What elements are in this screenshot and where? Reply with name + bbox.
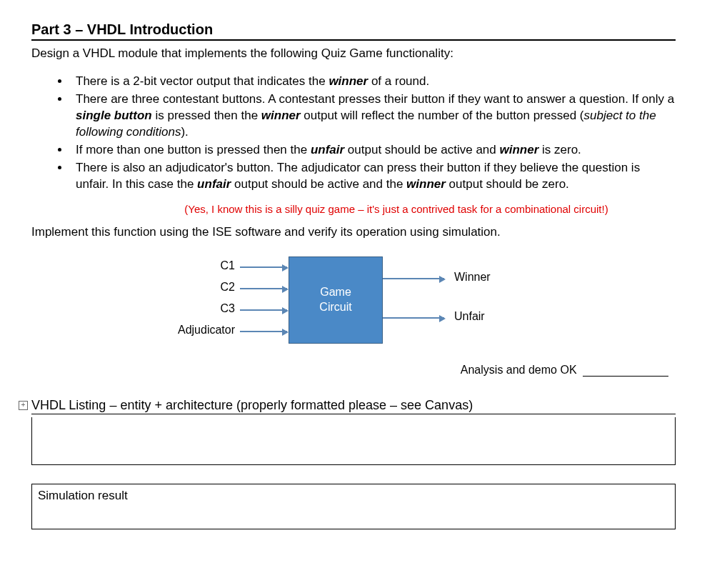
simulation-result-label: Simulation result xyxy=(38,489,128,502)
game-circuit-block: Game Circuit xyxy=(289,256,383,344)
expand-icon: + xyxy=(19,401,28,410)
signoff-line xyxy=(583,376,668,377)
bullet-2: There are three contestant buttons. A co… xyxy=(70,91,676,141)
input-adjudicator-label: Adjudicator xyxy=(171,324,235,337)
arrow-in-3 xyxy=(240,309,287,311)
arrow-in-2 xyxy=(240,288,287,289)
block-label-2: Circuit xyxy=(319,300,351,315)
requirements-list: There is a 2-bit vector output that indi… xyxy=(31,74,676,193)
arrow-in-1 xyxy=(240,266,287,268)
page: Part 3 – VHDL Introduction Design a VHDL… xyxy=(0,0,707,562)
bullet-4: There is also an adjudicator's button. T… xyxy=(70,160,676,193)
input-c3-label: C3 xyxy=(214,302,235,315)
signoff-label: Analysis and demo OK xyxy=(461,364,577,376)
input-c2-label: C2 xyxy=(214,281,235,294)
simulation-result-box: Simulation result xyxy=(31,484,676,529)
vhdl-listing-box xyxy=(31,417,676,465)
input-c1-label: C1 xyxy=(214,259,235,272)
arrow-in-4 xyxy=(240,331,287,332)
output-winner-label: Winner xyxy=(454,271,491,284)
arrow-out-winner xyxy=(383,278,444,279)
red-note: (Yes, I know this is a silly quiz game –… xyxy=(117,203,676,215)
arrow-out-unfair xyxy=(383,317,444,319)
block-label-1: Game xyxy=(320,285,351,300)
bullet-3: If more than one button is pressed then … xyxy=(70,142,676,159)
output-unfair-label: Unfair xyxy=(454,310,485,323)
vhdl-listing-heading: + VHDL Listing – entity + architecture (… xyxy=(31,398,676,414)
part-heading: Part 3 – VHDL Introduction xyxy=(31,21,676,41)
bullet-1: There is a 2-bit vector output that indi… xyxy=(70,74,676,90)
implement-instruction: Implement this function using the ISE so… xyxy=(31,225,676,239)
intro-text: Design a VHDL module that implements the… xyxy=(31,46,676,61)
block-diagram: C1 C2 C3 Adjudicator Game Circuit Winner… xyxy=(31,249,676,357)
signoff-row: Analysis and demo OK xyxy=(31,364,676,377)
